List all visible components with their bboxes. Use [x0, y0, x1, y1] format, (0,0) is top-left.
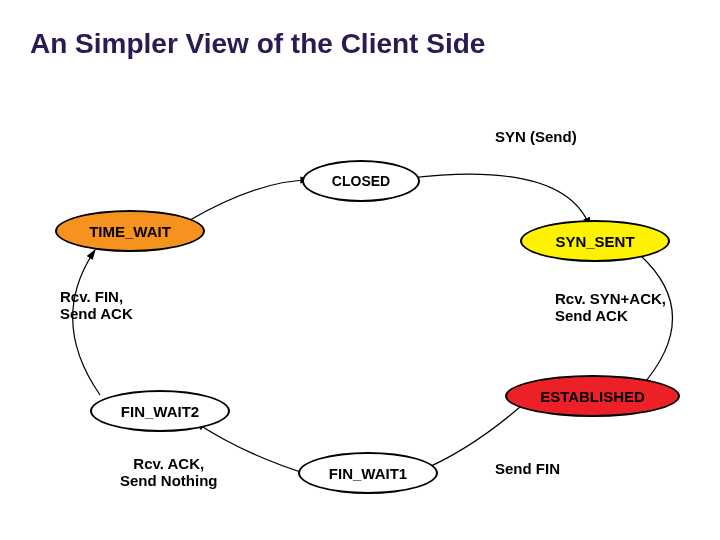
edge-finwait2-timewait: [73, 250, 100, 395]
state-syn-sent: SYN_SENT: [520, 220, 670, 262]
state-fin-wait2: FIN_WAIT2: [90, 390, 230, 432]
page-title: An Simpler View of the Client Side: [30, 28, 485, 60]
state-established: ESTABLISHED: [505, 375, 680, 417]
state-closed: CLOSED: [302, 160, 420, 202]
state-label: ESTABLISHED: [540, 388, 645, 405]
edge-label-syn-send: SYN (Send): [495, 128, 577, 145]
state-time-wait: TIME_WAIT: [55, 210, 205, 252]
edge-timewait-closed: [190, 180, 310, 220]
state-label: FIN_WAIT1: [329, 465, 407, 482]
state-label: CLOSED: [332, 173, 390, 189]
state-label: TIME_WAIT: [89, 223, 171, 240]
edge-label-rcv-ack: Rcv. ACK, Send Nothing: [120, 455, 218, 490]
edge-label-send-fin: Send FIN: [495, 460, 560, 477]
edge-closed-synsent: [410, 174, 590, 227]
edge-label-rcv-synack: Rcv. SYN+ACK, Send ACK: [555, 290, 666, 325]
state-fin-wait1: FIN_WAIT1: [298, 452, 438, 494]
edge-label-rcv-fin: Rcv. FIN, Send ACK: [60, 288, 133, 323]
state-label: FIN_WAIT2: [121, 403, 199, 420]
state-label: SYN_SENT: [555, 233, 634, 250]
